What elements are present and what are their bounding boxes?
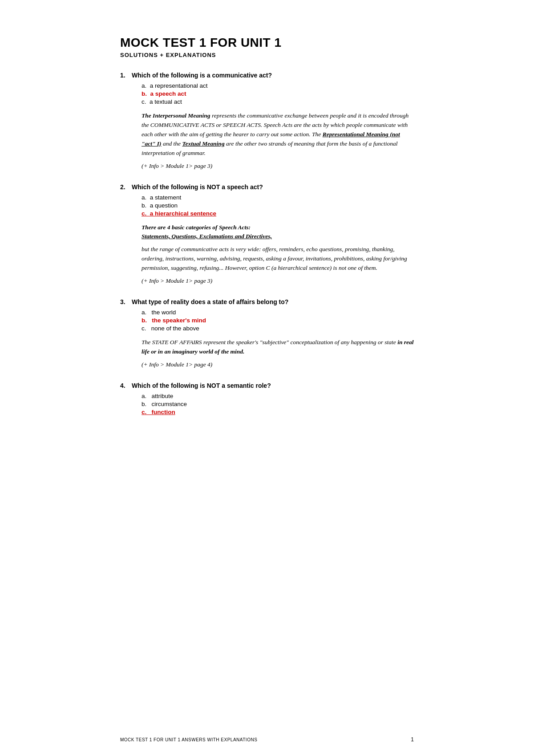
question-1-option-a: a. a representational act	[142, 82, 414, 89]
question-1-option-b: b. a speech act	[142, 90, 414, 97]
question-1-text: Which of the following is a communicativ…	[132, 72, 272, 79]
question-3-number: 3.	[120, 298, 129, 305]
question-2-option-a: a. a statement	[142, 194, 414, 201]
question-2-explanation: There are 4 basic categories of Speech A…	[142, 223, 414, 286]
question-1-explanation: The Interpersonal Meaning represents the…	[142, 111, 414, 171]
explanation-text-q3: The STATE OF AFFAIRS represent the speak…	[142, 339, 397, 345]
question-2-number: 2.	[120, 183, 129, 191]
explanation-heading-line2: Statements, Questions, Exclamations and …	[142, 233, 272, 240]
question-1-option-c: c. a textual act	[142, 98, 414, 105]
question-4-number: 4.	[120, 382, 129, 389]
question-2-explanation-heading: There are 4 basic categories of Speech A…	[142, 223, 414, 242]
question-3-explanation-text: The STATE OF AFFAIRS represent the speak…	[142, 338, 414, 357]
question-2-options: a. a statement b. a question c. a hierar…	[142, 194, 414, 217]
footer-page-number: 1	[411, 736, 414, 743]
page: MOCK TEST 1 FOR UNIT 1 SOLUTIONS + EXPLA…	[93, 0, 441, 756]
question-4-option-a: a. attribute	[142, 393, 414, 399]
question-3-options: a. the world b. the speaker's mind c. no…	[142, 309, 414, 332]
question-3-option-a: a. the world	[142, 309, 414, 316]
question-3: 3. What type of reality does a state of …	[120, 298, 414, 370]
question-3-option-c: c. none of the above	[142, 325, 414, 332]
question-1-header: 1. Which of the following is a communica…	[120, 72, 414, 79]
question-3-info-ref: (+ Info > Module 1> page 4)	[142, 360, 414, 370]
explanation-bold-term: The Interpersonal Meaning	[142, 112, 210, 119]
question-2-option-c: c. a hierarchical sentence	[142, 210, 414, 217]
question-4-text: Which of the following is NOT a semantic…	[132, 382, 271, 389]
question-1-options: a. a representational act b. a speech ac…	[142, 82, 414, 105]
page-title: MOCK TEST 1 FOR UNIT 1	[120, 36, 414, 50]
question-1-info-ref: (+ Info > Module 1> page 3)	[142, 162, 414, 171]
question-1: 1. Which of the following is a communica…	[120, 72, 414, 171]
page-footer: MOCK TEST 1 FOR UNIT 1 ANSWERS WITH EXPL…	[120, 736, 414, 743]
question-1-explanation-text: The Interpersonal Meaning represents the…	[142, 111, 414, 158]
question-4-header: 4. Which of the following is NOT a seman…	[120, 382, 414, 389]
explanation-text-2: and the	[162, 140, 182, 147]
question-3-option-b: b. the speaker's mind	[142, 317, 414, 324]
question-4-option-c: c. function	[142, 409, 414, 415]
question-4-option-b: b. circumstance	[142, 401, 414, 407]
question-2-explanation-body: but the range of communicative acts is v…	[142, 245, 414, 273]
question-3-header: 3. What type of reality does a state of …	[120, 298, 414, 305]
questions-list: 1. Which of the following is a communica…	[120, 72, 414, 415]
question-1-number: 1.	[120, 72, 129, 79]
question-4-options: a. attribute b. circumstance c. function	[142, 393, 414, 415]
question-3-explanation: The STATE OF AFFAIRS represent the speak…	[142, 338, 414, 370]
question-3-text: What type of reality does a state of aff…	[132, 298, 288, 305]
question-2-info-ref: (+ Info > Module 1> page 3)	[142, 276, 414, 286]
question-2: 2. Which of the following is NOT a speec…	[120, 183, 414, 286]
question-2-text: Which of the following is NOT a speech a…	[132, 183, 263, 191]
footer-label: MOCK TEST 1 FOR UNIT 1 ANSWERS WITH EXPL…	[120, 737, 257, 742]
question-4: 4. Which of the following is NOT a seman…	[120, 382, 414, 415]
question-2-header: 2. Which of the following is NOT a speec…	[120, 183, 414, 191]
question-2-option-b: b. a question	[142, 202, 414, 209]
explanation-heading-line1: There are 4 basic categories of Speech A…	[142, 224, 251, 231]
explanation-bold-term-3: Textual Meaning	[182, 140, 224, 147]
page-subtitle: SOLUTIONS + EXPLANATIONS	[120, 52, 414, 58]
